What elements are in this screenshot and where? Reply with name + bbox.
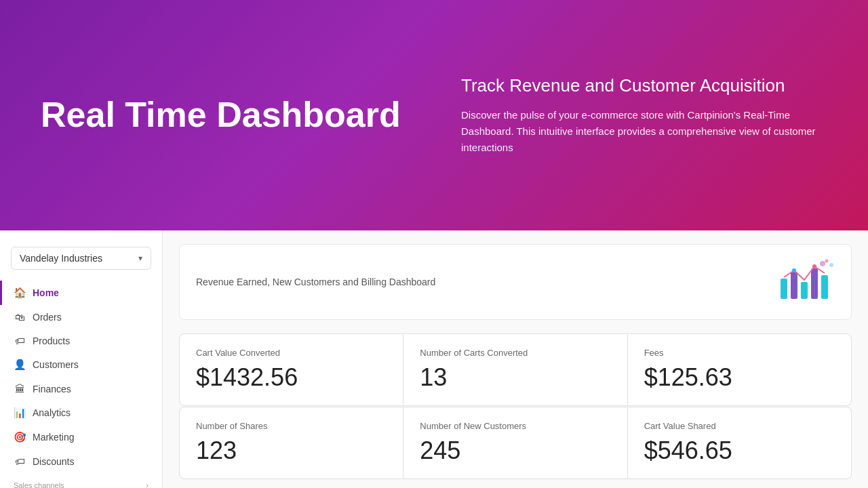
stat-fees-value: $125.63 — [644, 363, 835, 392]
stat-carts-converted: Number of Carts Converted 13 — [403, 334, 627, 405]
main-area: Vandelay Industries ▾ 🏠 Home 🛍 Orders 🏷 … — [0, 230, 868, 488]
sidebar: Vandelay Industries ▾ 🏠 Home 🛍 Orders 🏷 … — [0, 230, 163, 488]
sidebar-item-products[interactable]: 🏷 Products — [0, 329, 162, 352]
svg-point-7 — [820, 261, 825, 266]
hero-section: Real Time Dashboard Track Revenue and Cu… — [0, 0, 868, 230]
stat-shares-value: 123 — [196, 436, 387, 465]
discounts-icon: 🏷 — [14, 455, 26, 467]
hero-description: Discover the pulse of your e-commerce st… — [461, 107, 827, 156]
stat-cart-value-converted-value: $1432.56 — [196, 363, 387, 392]
stat-shares-label: Number of Shares — [196, 421, 387, 431]
home-icon: 🏠 — [14, 287, 26, 299]
sidebar-item-orders-label: Orders — [33, 312, 62, 323]
stat-cart-value-shared: Cart Value Shared $546.65 — [628, 407, 851, 479]
sidebar-item-analytics[interactable]: 📊 Analytics — [0, 401, 162, 425]
svg-rect-2 — [801, 282, 808, 299]
sidebar-item-home[interactable]: 🏠 Home — [0, 281, 162, 305]
store-selector[interactable]: Vandelay Industries ▾ — [11, 247, 151, 270]
sidebar-item-finances-label: Finances — [33, 384, 71, 394]
finances-icon: 🏛 — [14, 383, 26, 394]
stat-cart-value-shared-value: $546.65 — [644, 436, 835, 465]
svg-rect-4 — [821, 275, 828, 299]
sidebar-item-home-label: Home — [33, 287, 59, 298]
sidebar-item-finances[interactable]: 🏛 Finances — [0, 377, 162, 401]
store-selector-chevron: ▾ — [138, 253, 142, 263]
hero-title: Real Time Dashboard — [41, 96, 407, 134]
analytics-icon: 📊 — [14, 407, 26, 419]
banner-card: Revenue Earned, New Customers and Billin… — [179, 244, 852, 320]
sidebar-item-analytics-label: Analytics — [33, 407, 71, 418]
stats-grid-row2: Number of Shares 123 Number of New Custo… — [179, 407, 852, 479]
content-area: Revenue Earned, New Customers and Billin… — [163, 230, 868, 488]
sidebar-item-discounts-label: Discounts — [33, 456, 74, 467]
sales-channels-label: Sales channels — [14, 481, 64, 488]
stat-new-customers-label: Number of New Customers — [420, 421, 610, 431]
sidebar-item-products-label: Products — [33, 336, 70, 346]
sales-channels-arrow: › — [146, 481, 149, 488]
stat-cart-value-shared-label: Cart Value Shared — [644, 421, 835, 431]
stat-shares: Number of Shares 123 — [180, 407, 403, 479]
marketing-icon: 🎯 — [14, 431, 26, 443]
store-name: Vandelay Industries — [20, 253, 102, 264]
svg-point-8 — [825, 260, 829, 263]
sidebar-item-marketing-label: Marketing — [33, 432, 74, 443]
svg-rect-3 — [811, 268, 818, 299]
sidebar-item-customers-label: Customers — [33, 359, 79, 370]
customers-icon: 👤 — [14, 359, 26, 371]
stat-fees-label: Fees — [644, 348, 835, 358]
products-icon: 🏷 — [14, 335, 26, 346]
banner-illustration — [774, 258, 835, 306]
stat-carts-converted-value: 13 — [420, 363, 610, 392]
stat-cart-value-converted: Cart Value Converted $1432.56 — [180, 334, 403, 405]
sales-channels-section: Sales channels › — [0, 473, 162, 488]
svg-rect-0 — [781, 279, 787, 299]
svg-point-9 — [829, 263, 833, 267]
stat-new-customers: Number of New Customers 245 — [403, 407, 627, 479]
sidebar-item-discounts[interactable]: 🏷 Discounts — [0, 449, 162, 473]
hero-subtitle: Track Revenue and Customer Acquisition — [461, 75, 827, 96]
svg-point-6 — [812, 264, 816, 268]
sidebar-item-customers[interactable]: 👤 Customers — [0, 352, 162, 377]
orders-icon: 🛍 — [14, 311, 26, 323]
hero-left: Real Time Dashboard — [41, 96, 407, 134]
stat-fees: Fees $125.63 — [628, 334, 851, 405]
sidebar-item-marketing[interactable]: 🎯 Marketing — [0, 425, 162, 449]
stats-grid-row1: Cart Value Converted $1432.56 Number of … — [179, 333, 852, 406]
svg-rect-1 — [791, 272, 797, 299]
svg-point-5 — [792, 268, 796, 272]
stat-carts-converted-label: Number of Carts Converted — [420, 348, 610, 358]
banner-text: Revenue Earned, New Customers and Billin… — [196, 277, 435, 287]
stat-new-customers-value: 245 — [420, 436, 610, 465]
stat-cart-value-converted-label: Cart Value Converted — [196, 348, 387, 358]
sidebar-item-orders[interactable]: 🛍 Orders — [0, 305, 162, 329]
hero-right: Track Revenue and Customer Acquisition D… — [461, 75, 827, 156]
